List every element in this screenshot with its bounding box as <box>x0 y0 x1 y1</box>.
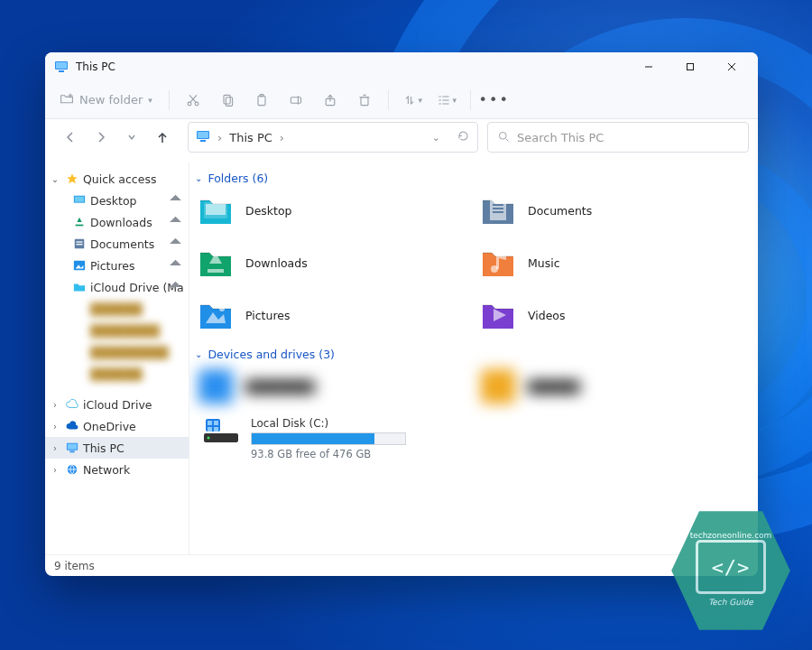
svg-marker-40 <box>77 218 81 222</box>
svg-rect-33 <box>200 140 206 142</box>
group-header-drives[interactable]: ⌄ Devices and drives (3) <box>189 339 758 365</box>
folder-icon <box>72 280 87 294</box>
sidebar-onedrive[interactable]: › OneDrive <box>45 415 189 437</box>
sidebar-item-documents[interactable]: Documents <box>45 233 189 255</box>
back-button[interactable] <box>60 126 81 148</box>
sort-button[interactable]: ▾ <box>396 86 429 115</box>
new-folder-button[interactable]: New folder ▾ <box>54 86 161 115</box>
maximize-button[interactable] <box>669 52 711 81</box>
search-placeholder: Search This PC <box>517 131 604 144</box>
recent-locations-button[interactable] <box>121 126 143 148</box>
svg-point-34 <box>499 132 506 139</box>
chevron-right-icon[interactable]: › <box>49 400 61 410</box>
folder-icon <box>481 246 515 280</box>
breadcrumb-this-pc[interactable]: This PC› <box>229 131 284 144</box>
status-item-count: 9 items <box>54 560 95 572</box>
sidebar-item-redacted: ██████ <box>45 363 189 385</box>
refresh-button[interactable] <box>457 129 470 145</box>
disk-free-text: 93.8 GB free of 476 GB <box>251 448 406 460</box>
svg-rect-59 <box>496 255 499 269</box>
svg-rect-39 <box>76 225 84 227</box>
group-label: Folders (6) <box>208 172 268 185</box>
share-button[interactable] <box>314 86 346 115</box>
group-header-folders[interactable]: ⌄ Folders (6) <box>189 162 758 189</box>
svg-rect-52 <box>490 200 506 220</box>
sidebar-network[interactable]: › Network <box>45 459 189 480</box>
sidebar-item-pictures[interactable]: Pictures <box>45 255 189 276</box>
svg-rect-68 <box>208 427 212 432</box>
folder-name: Videos <box>528 309 566 322</box>
svg-rect-56 <box>208 269 224 273</box>
delete-button[interactable] <box>348 86 381 115</box>
cut-button[interactable] <box>177 86 209 115</box>
folder-tile-downloads[interactable]: Downloads <box>198 245 475 281</box>
paste-button[interactable] <box>245 86 278 115</box>
sidebar-quick-access[interactable]: ⌄ Quick access <box>45 168 189 190</box>
cloud-icon <box>65 397 79 412</box>
search-icon <box>497 130 510 145</box>
command-toolbar: New folder ▾ ▾ ▾ ••• <box>45 81 758 119</box>
search-box[interactable]: Search This PC <box>487 122 749 153</box>
sidebar-this-pc[interactable]: › This PC <box>45 437 189 459</box>
chevron-right-icon: › <box>217 131 222 144</box>
this-pc-icon <box>196 129 210 146</box>
forward-button[interactable] <box>90 126 112 148</box>
drive-tile-local-disk[interactable]: Local Disk (C:) 93.8 GB free of 476 GB <box>189 410 758 460</box>
sidebar-item-label: Pictures <box>90 259 135 273</box>
folder-tile-desktop[interactable]: Desktop <box>198 192 475 228</box>
chevron-right-icon[interactable]: › <box>49 465 61 475</box>
folder-icon <box>198 193 233 228</box>
chevron-right-icon[interactable]: › <box>49 443 61 453</box>
svg-rect-13 <box>224 95 230 104</box>
svg-line-12 <box>189 95 196 102</box>
desktop-wallpaper: This PC New folder ▾ ▾ ▾ <box>0 0 812 650</box>
up-button[interactable] <box>152 126 173 148</box>
content-pane[interactable]: ⌄ Folders (6) DesktopDocumentsDownloadsM… <box>189 162 758 554</box>
address-bar[interactable]: › This PC› ⌄ <box>188 122 478 153</box>
folder-name: Music <box>528 256 560 270</box>
folder-name: Desktop <box>245 204 292 218</box>
folder-tile-videos[interactable]: Videos <box>481 297 758 333</box>
sidebar-item-downloads[interactable]: Downloads <box>45 211 189 233</box>
svg-rect-2 <box>59 70 64 72</box>
minimize-button[interactable] <box>628 52 669 81</box>
folder-icon <box>481 193 515 228</box>
svg-rect-44 <box>74 261 85 271</box>
chevron-down-icon[interactable]: ⌄ <box>49 174 61 184</box>
sidebar-item-desktop[interactable]: Desktop <box>45 190 189 211</box>
sidebar-item-label: iCloud Drive (Ma <box>90 281 184 294</box>
cloud-icon <box>65 419 79 433</box>
svg-point-10 <box>195 102 198 106</box>
svg-rect-42 <box>77 241 83 242</box>
sidebar-item-icloud-drive[interactable]: iCloud Drive (Ma <box>45 276 189 298</box>
svg-rect-51 <box>206 204 226 215</box>
svg-point-61 <box>219 306 225 311</box>
drive-tile-redacted: ██████ <box>481 368 758 404</box>
folder-name: Pictures <box>245 309 291 322</box>
group-label: Devices and drives (3) <box>208 348 335 361</box>
desktop-icon <box>72 193 87 208</box>
folder-icon <box>198 298 233 332</box>
folder-tile-documents[interactable]: Documents <box>481 192 758 228</box>
more-button[interactable]: ••• <box>478 86 511 115</box>
titlebar[interactable]: This PC <box>45 52 758 81</box>
svg-rect-17 <box>291 97 300 102</box>
view-button[interactable]: ▾ <box>430 86 463 115</box>
disk-icon <box>204 417 238 444</box>
new-folder-icon <box>60 91 74 108</box>
copy-button[interactable] <box>211 86 244 115</box>
rename-button[interactable] <box>280 86 312 115</box>
folder-tile-pictures[interactable]: Pictures <box>198 297 475 333</box>
disk-capacity-bar <box>251 432 406 445</box>
close-button[interactable] <box>711 52 752 81</box>
folder-tile-music[interactable]: Music <box>481 245 758 281</box>
chevron-down-icon[interactable]: ⌄ <box>432 132 440 144</box>
chevron-right-icon[interactable]: › <box>49 422 61 432</box>
svg-rect-53 <box>493 204 503 206</box>
sidebar: ⌄ Quick access Desktop Downloads Docum <box>45 162 189 554</box>
sidebar-icloud-drive[interactable]: › iCloud Drive <box>45 394 189 415</box>
svg-rect-32 <box>198 132 208 138</box>
star-icon <box>65 172 79 186</box>
svg-rect-67 <box>214 421 218 425</box>
documents-icon <box>72 237 87 251</box>
